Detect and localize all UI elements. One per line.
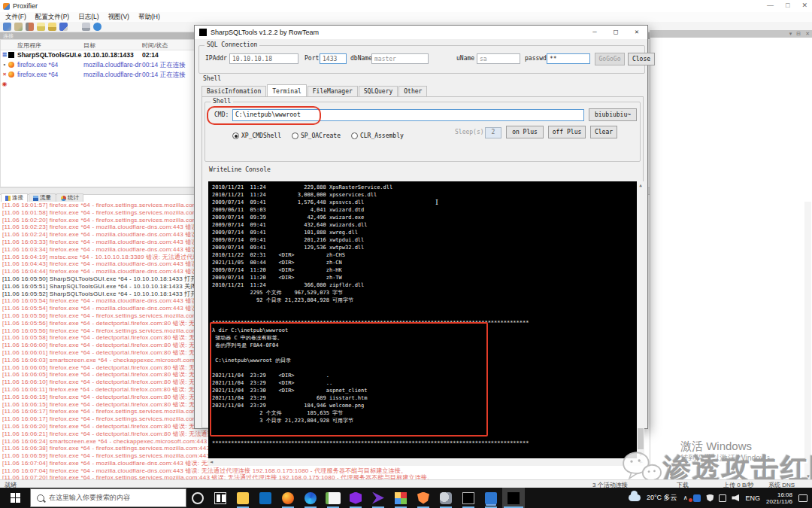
proxifier-menubar: 文件(F)配置文件(P)日志(L)视图(V)帮助(H): [0, 12, 812, 22]
on-plus-button[interactable]: on Plus: [506, 126, 544, 138]
menu-item[interactable]: 文件(F): [2, 12, 30, 23]
tb-help-icon[interactable]: [93, 23, 102, 31]
menu-item[interactable]: 视图(V): [105, 12, 133, 23]
language-indicator[interactable]: ENG: [745, 494, 760, 502]
edge-taskbar-button[interactable]: [299, 488, 322, 508]
colorgrid-taskbar-button[interactable]: [389, 488, 412, 508]
close-panel-icon[interactable]: ✕: [805, 31, 810, 37]
console-line: 2010/11/22 02:31 <DIR> zh-CHS: [208, 251, 635, 259]
console-output[interactable]: 2010/11/21 11:24 229,888 XpsRasterServic…: [208, 181, 644, 458]
uname-label: uName: [456, 55, 474, 62]
radio-circle-icon: [292, 132, 298, 139]
vstudio2-taskbar-button[interactable]: [367, 488, 389, 508]
clock-date: 2021/11/6: [766, 498, 792, 505]
pin-icon[interactable]: ⊟: [796, 31, 801, 37]
scroll-thumb[interactable]: [638, 428, 644, 449]
scroll-down-icon[interactable]: ▼: [637, 451, 644, 458]
port-label: Port: [304, 55, 319, 62]
sharpsql-titlebar[interactable]: SharpSQLTools v1.2.2 by RowTeam — □ ✕: [195, 26, 647, 39]
maximize-icon[interactable]: □: [786, 2, 789, 9]
tab-terminal[interactable]: Terminal: [267, 84, 307, 96]
dot-icon[interactable]: •: [4, 59, 6, 69]
tb-settings-icon[interactable]: [14, 23, 23, 31]
store-taskbar-button[interactable]: [254, 488, 277, 508]
clear-button[interactable]: Clear: [590, 126, 617, 138]
system-tray: 20°C 多云 ∧ ENG 16:08 2021/11/6: [629, 488, 812, 508]
search-placeholder: 在这里输入你要搜索的内容: [49, 493, 130, 503]
menu-item[interactable]: 帮助(H): [135, 12, 164, 23]
weather-text[interactable]: 20°C 多云: [647, 493, 677, 503]
tb-open-icon[interactable]: [48, 23, 56, 31]
scroll-up-icon[interactable]: ▲: [637, 181, 644, 189]
shield-tray-icon[interactable]: [706, 494, 714, 502]
tab-连接[interactable]: 连接: [1, 193, 28, 202]
tb-view-icon[interactable]: [71, 23, 79, 31]
cortana-taskbar-button[interactable]: [186, 488, 209, 508]
explorer-taskbar-button[interactable]: [232, 488, 254, 508]
close-button[interactable]: Close: [628, 53, 655, 65]
console-horizontal-scrollbar[interactable]: ◄ ►: [208, 458, 644, 466]
store-icon: [259, 492, 271, 504]
volume-tray-icon[interactable]: [732, 494, 739, 502]
shieldapp-taskbar-button[interactable]: [412, 488, 435, 508]
cortana-icon: [192, 492, 204, 504]
notepad-taskbar-button[interactable]: [322, 488, 344, 508]
console-line: 2010/11/21 11:24 366,080 zipfldr.dll: [208, 281, 635, 289]
taskbar-search[interactable]: 在这里输入你要搜索的内容: [30, 488, 186, 507]
tree-icon[interactable]: ≣: [2, 50, 8, 59]
scroll-down-icon[interactable]: ▼: [806, 474, 810, 479]
menu-item[interactable]: 日志(L): [74, 12, 102, 23]
biubiubiu-button[interactable]: biubiubiu~: [589, 108, 637, 121]
passwd-field[interactable]: **: [547, 53, 590, 64]
start-button[interactable]: [0, 488, 30, 508]
uname-field[interactable]: sa: [477, 53, 520, 64]
xred-icon[interactable]: ×: [3, 69, 7, 79]
windows-logo-icon: [11, 493, 20, 503]
hidden-icons-chevron[interactable]: ∧: [683, 494, 688, 501]
chevron-down-icon[interactable]: ▾: [789, 31, 792, 37]
cmdapp-taskbar-button[interactable]: [457, 488, 480, 508]
tab-流量[interactable]: 流量: [29, 193, 56, 202]
defender-icon[interactable]: [693, 494, 701, 502]
tab-统计[interactable]: 统计: [56, 193, 83, 202]
close-icon[interactable]: ✕: [626, 26, 647, 39]
notification-center-icon[interactable]: [798, 494, 807, 502]
gogogo-button[interactable]: GoGoGo: [595, 53, 625, 65]
scroll-right-icon[interactable]: ►: [640, 459, 643, 465]
taskview-taskbar-button[interactable]: [209, 488, 232, 508]
dbname-field[interactable]: master: [371, 53, 429, 64]
sharpapp-taskbar-button[interactable]: [502, 488, 525, 508]
minimize-icon[interactable]: —: [767, 2, 774, 9]
radio-xp_cmdshell[interactable]: XP_CMDShell: [232, 132, 281, 139]
vstudio-taskbar-button[interactable]: [344, 488, 367, 508]
ipaddr-field[interactable]: 10.10.10.18: [229, 53, 298, 64]
off-plus-button[interactable]: off Plus: [548, 126, 586, 138]
clock[interactable]: 16:08 2021/11/6: [766, 491, 792, 505]
minimize-icon[interactable]: —: [584, 26, 605, 39]
tb-profile-icon[interactable]: [3, 23, 11, 31]
maximize-icon[interactable]: □: [605, 26, 626, 39]
tb-print-icon[interactable]: [82, 23, 90, 31]
console-vertical-scrollbar[interactable]: ▲ ▼: [637, 181, 644, 458]
tb-save-icon[interactable]: [59, 23, 68, 31]
proxapp-taskbar-button[interactable]: [435, 488, 457, 508]
menu-item[interactable]: 配置文件(P): [32, 12, 73, 23]
network-tray-icon[interactable]: [719, 494, 726, 502]
radio-clr_assembly[interactable]: CLR_Assembly: [351, 132, 404, 139]
tb-log-icon[interactable]: [37, 23, 45, 31]
tb-plug-icon[interactable]: [26, 23, 34, 31]
close-icon[interactable]: ✕: [801, 2, 807, 9]
weather-icon[interactable]: [629, 494, 641, 501]
taskbar-apps: [186, 488, 525, 508]
clock-time: 16:08: [777, 491, 792, 498]
sleep-input[interactable]: 2: [485, 127, 501, 138]
sharpsql-title: SharpSQLTools v1.2.2 by RowTeam: [211, 29, 319, 36]
radio-sp_oacreate[interactable]: SP_OACreate: [292, 132, 341, 139]
firefox-taskbar-button[interactable]: [277, 488, 299, 508]
scroll-left-icon[interactable]: ◄: [210, 459, 213, 465]
rdpapp-taskbar-button[interactable]: [480, 488, 502, 508]
rec-icon[interactable]: ◉: [2, 79, 8, 89]
port-field[interactable]: 1433: [320, 53, 347, 64]
log-scrollbar[interactable]: ▼: [804, 202, 811, 479]
text-cursor-icon: I: [435, 198, 438, 206]
